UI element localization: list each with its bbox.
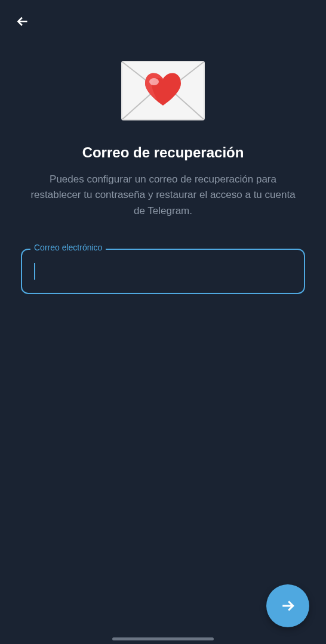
next-button[interactable]: [266, 584, 309, 627]
input-cursor: [34, 263, 35, 280]
email-input-label: Correo electrónico: [30, 243, 106, 252]
arrow-right-icon: [279, 597, 297, 615]
content: Correo de recuperación Puedes configurar…: [0, 43, 326, 294]
envelope-heart-icon: [121, 61, 205, 120]
svg-point-2: [149, 78, 159, 85]
page-description: Puedes configurar un correo de recuperac…: [21, 172, 305, 219]
email-input-container: Correo electrónico: [21, 249, 305, 294]
back-button[interactable]: [12, 11, 33, 32]
header: [0, 0, 326, 43]
email-field[interactable]: [21, 249, 305, 294]
navigation-bar-indicator: [112, 637, 214, 640]
page-title: Correo de recuperación: [82, 144, 244, 161]
arrow-left-icon: [15, 14, 30, 29]
